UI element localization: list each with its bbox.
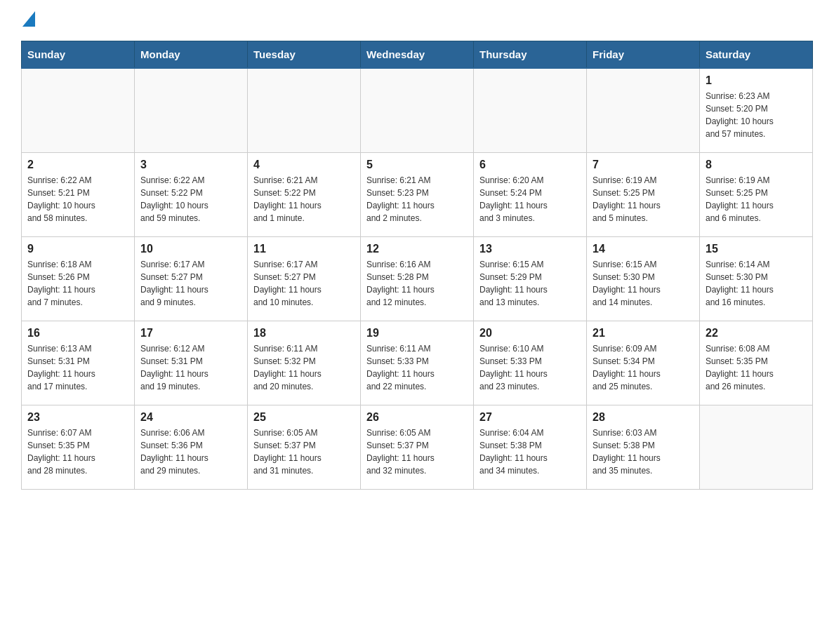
day-number: 19 (366, 327, 468, 340)
calendar-cell: 17Sunrise: 6:12 AM Sunset: 5:31 PM Dayli… (135, 321, 248, 405)
calendar-cell: 21Sunrise: 6:09 AM Sunset: 5:34 PM Dayli… (587, 321, 700, 405)
calendar-cell: 10Sunrise: 6:17 AM Sunset: 5:27 PM Dayli… (135, 236, 248, 321)
calendar-cell: 6Sunrise: 6:20 AM Sunset: 5:24 PM Daylig… (474, 152, 587, 236)
calendar-cell: 4Sunrise: 6:21 AM Sunset: 5:22 PM Daylig… (248, 152, 361, 236)
day-info: Sunrise: 6:20 AM Sunset: 5:24 PM Dayligh… (479, 174, 581, 224)
day-number: 18 (253, 327, 355, 340)
day-info: Sunrise: 6:11 AM Sunset: 5:32 PM Dayligh… (253, 342, 355, 393)
calendar-cell: 14Sunrise: 6:15 AM Sunset: 5:30 PM Dayli… (587, 236, 700, 321)
day-info: Sunrise: 6:07 AM Sunset: 5:35 PM Dayligh… (27, 427, 128, 477)
calendar-cell: 12Sunrise: 6:16 AM Sunset: 5:28 PM Dayli… (361, 236, 474, 321)
day-info: Sunrise: 6:05 AM Sunset: 5:37 PM Dayligh… (253, 427, 355, 477)
calendar-day-header: Tuesday (248, 41, 361, 69)
day-number: 6 (479, 159, 581, 171)
day-info: Sunrise: 6:13 AM Sunset: 5:31 PM Dayligh… (27, 342, 128, 393)
day-number: 16 (27, 327, 128, 340)
day-number: 28 (593, 411, 694, 424)
calendar-cell: 23Sunrise: 6:07 AM Sunset: 5:35 PM Dayli… (22, 405, 135, 489)
calendar-cell: 18Sunrise: 6:11 AM Sunset: 5:32 PM Dayli… (248, 321, 361, 405)
day-number: 2 (27, 159, 128, 171)
calendar-cell: 11Sunrise: 6:17 AM Sunset: 5:27 PM Dayli… (248, 236, 361, 321)
day-info: Sunrise: 6:21 AM Sunset: 5:23 PM Dayligh… (366, 174, 468, 224)
day-info: Sunrise: 6:04 AM Sunset: 5:38 PM Dayligh… (479, 427, 581, 477)
calendar-cell: 19Sunrise: 6:11 AM Sunset: 5:33 PM Dayli… (361, 321, 474, 405)
calendar-cell: 27Sunrise: 6:04 AM Sunset: 5:38 PM Dayli… (474, 405, 587, 489)
calendar-cell: 5Sunrise: 6:21 AM Sunset: 5:23 PM Daylig… (361, 152, 474, 236)
day-info: Sunrise: 6:16 AM Sunset: 5:28 PM Dayligh… (366, 258, 468, 309)
calendar-week-row: 2Sunrise: 6:22 AM Sunset: 5:21 PM Daylig… (22, 152, 813, 236)
calendar-cell: 16Sunrise: 6:13 AM Sunset: 5:31 PM Dayli… (22, 321, 135, 405)
day-info: Sunrise: 6:15 AM Sunset: 5:30 PM Dayligh… (593, 258, 694, 309)
day-number: 26 (366, 411, 468, 424)
day-number: 14 (593, 243, 694, 255)
day-info: Sunrise: 6:03 AM Sunset: 5:38 PM Dayligh… (593, 427, 694, 477)
day-number: 27 (479, 411, 581, 424)
calendar-cell: 9Sunrise: 6:18 AM Sunset: 5:26 PM Daylig… (22, 236, 135, 321)
day-info: Sunrise: 6:19 AM Sunset: 5:25 PM Dayligh… (706, 174, 807, 224)
calendar-cell: 3Sunrise: 6:22 AM Sunset: 5:22 PM Daylig… (135, 152, 248, 236)
day-info: Sunrise: 6:10 AM Sunset: 5:33 PM Dayligh… (479, 342, 581, 393)
day-number: 5 (366, 159, 468, 171)
day-number: 7 (593, 159, 694, 171)
day-number: 13 (479, 243, 581, 255)
day-info: Sunrise: 6:11 AM Sunset: 5:33 PM Dayligh… (366, 342, 468, 393)
day-info: Sunrise: 6:22 AM Sunset: 5:21 PM Dayligh… (27, 174, 128, 224)
day-info: Sunrise: 6:17 AM Sunset: 5:27 PM Dayligh… (253, 258, 355, 309)
day-info: Sunrise: 6:19 AM Sunset: 5:25 PM Dayligh… (593, 174, 694, 224)
calendar-week-row: 1Sunrise: 6:23 AM Sunset: 5:20 PM Daylig… (22, 68, 813, 152)
calendar-week-row: 9Sunrise: 6:18 AM Sunset: 5:26 PM Daylig… (22, 236, 813, 321)
calendar-cell: 13Sunrise: 6:15 AM Sunset: 5:29 PM Dayli… (474, 236, 587, 321)
day-info: Sunrise: 6:18 AM Sunset: 5:26 PM Dayligh… (27, 258, 128, 309)
day-number: 15 (706, 243, 807, 255)
calendar-cell (700, 405, 813, 489)
calendar-cell (135, 68, 248, 152)
day-number: 12 (366, 243, 468, 255)
calendar-cell: 2Sunrise: 6:22 AM Sunset: 5:21 PM Daylig… (22, 152, 135, 236)
calendar-day-header: Monday (135, 41, 248, 69)
logo (21, 14, 35, 27)
day-number: 21 (593, 327, 694, 340)
day-info: Sunrise: 6:12 AM Sunset: 5:31 PM Dayligh… (140, 342, 241, 393)
calendar-week-row: 16Sunrise: 6:13 AM Sunset: 5:31 PM Dayli… (22, 321, 813, 405)
calendar-cell (361, 68, 474, 152)
day-info: Sunrise: 6:22 AM Sunset: 5:22 PM Dayligh… (140, 174, 241, 224)
day-info: Sunrise: 6:08 AM Sunset: 5:35 PM Dayligh… (706, 342, 807, 393)
day-number: 9 (27, 243, 128, 255)
day-number: 10 (140, 243, 241, 255)
calendar-cell (22, 68, 135, 152)
day-number: 24 (140, 411, 241, 424)
day-number: 1 (706, 74, 807, 87)
calendar-cell (587, 68, 700, 152)
day-number: 17 (140, 327, 241, 340)
calendar-day-header: Wednesday (361, 41, 474, 69)
day-number: 22 (706, 327, 807, 340)
day-info: Sunrise: 6:23 AM Sunset: 5:20 PM Dayligh… (706, 90, 807, 140)
calendar-cell (474, 68, 587, 152)
day-number: 3 (140, 159, 241, 171)
calendar-cell: 25Sunrise: 6:05 AM Sunset: 5:37 PM Dayli… (248, 405, 361, 489)
calendar-header-row: SundayMondayTuesdayWednesdayThursdayFrid… (22, 41, 813, 69)
day-info: Sunrise: 6:17 AM Sunset: 5:27 PM Dayligh… (140, 258, 241, 309)
calendar-day-header: Thursday (474, 41, 587, 69)
day-number: 20 (479, 327, 581, 340)
day-number: 23 (27, 411, 128, 424)
day-number: 11 (253, 243, 355, 255)
calendar-day-header: Friday (587, 41, 700, 69)
calendar-cell: 1Sunrise: 6:23 AM Sunset: 5:20 PM Daylig… (700, 68, 813, 152)
day-info: Sunrise: 6:05 AM Sunset: 5:37 PM Dayligh… (366, 427, 468, 477)
day-info: Sunrise: 6:14 AM Sunset: 5:30 PM Dayligh… (706, 258, 807, 309)
calendar-cell: 28Sunrise: 6:03 AM Sunset: 5:38 PM Dayli… (587, 405, 700, 489)
day-info: Sunrise: 6:15 AM Sunset: 5:29 PM Dayligh… (479, 258, 581, 309)
calendar-cell: 7Sunrise: 6:19 AM Sunset: 5:25 PM Daylig… (587, 152, 700, 236)
calendar-day-header: Sunday (22, 41, 135, 69)
day-number: 4 (253, 159, 355, 171)
calendar-cell: 15Sunrise: 6:14 AM Sunset: 5:30 PM Dayli… (700, 236, 813, 321)
calendar-cell (248, 68, 361, 152)
day-info: Sunrise: 6:09 AM Sunset: 5:34 PM Dayligh… (593, 342, 694, 393)
day-number: 25 (253, 411, 355, 424)
calendar-cell: 24Sunrise: 6:06 AM Sunset: 5:36 PM Dayli… (135, 405, 248, 489)
calendar-cell: 26Sunrise: 6:05 AM Sunset: 5:37 PM Dayli… (361, 405, 474, 489)
calendar-day-header: Saturday (700, 41, 813, 69)
day-number: 8 (706, 159, 807, 171)
svg-marker-0 (22, 11, 35, 27)
